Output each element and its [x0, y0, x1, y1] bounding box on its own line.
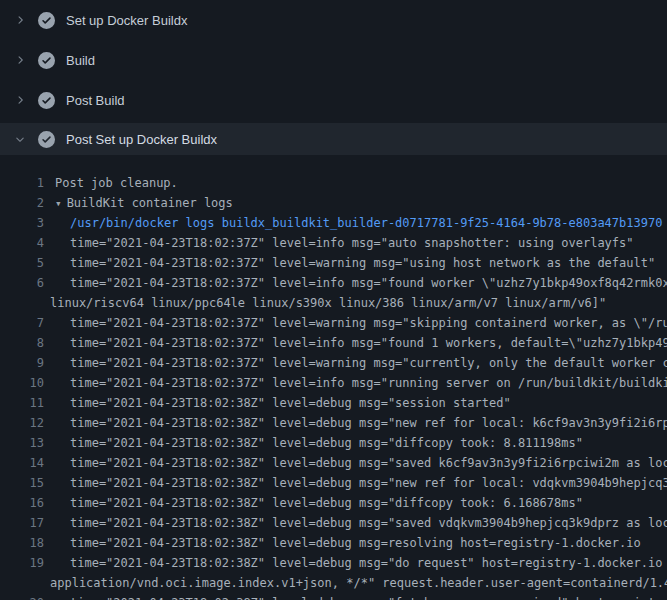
chevron-right-icon: [13, 94, 26, 107]
line-number-empty: [0, 573, 44, 593]
log-line: 7time="2021-04-23T18:02:37Z" level=warni…: [0, 313, 667, 333]
workflow-log-viewer: Set up Docker BuildxBuildPost BuildPost …: [0, 0, 667, 600]
log-text: time="2021-04-23T18:02:38Z" level=debug …: [70, 553, 667, 573]
line-number-empty: [0, 293, 44, 313]
step-title: Set up Docker Buildx: [66, 13, 187, 28]
log-text: time="2021-04-23T18:02:38Z" level=debug …: [70, 453, 667, 473]
log-group-label: BuildKit container logs: [67, 196, 233, 210]
line-number[interactable]: 17: [0, 513, 44, 533]
line-number[interactable]: 20: [0, 593, 44, 600]
line-number[interactable]: 7: [0, 313, 44, 333]
step-title: Post Set up Docker Buildx: [66, 132, 217, 147]
log-line-continuation: linux/riscv64 linux/ppc64le linux/s390x …: [0, 293, 667, 313]
line-number[interactable]: 12: [0, 413, 44, 433]
step-row-build[interactable]: Build: [0, 40, 667, 80]
line-number[interactable]: 16: [0, 493, 44, 513]
log-command-text: /usr/bin/docker logs buildx_buildkit_bui…: [70, 213, 662, 233]
line-number[interactable]: 19: [0, 553, 44, 573]
log-text: time="2021-04-23T18:02:38Z" level=debug …: [70, 493, 583, 513]
step-title: Build: [66, 53, 95, 68]
log-text: time="2021-04-23T18:02:38Z" level=debug …: [70, 593, 667, 600]
log-text-wrapped: linux/riscv64 linux/ppc64le linux/s390x …: [50, 293, 606, 313]
log-text: time="2021-04-23T18:02:37Z" level=info m…: [70, 373, 667, 393]
log-line: 3/usr/bin/docker logs buildx_buildkit_bu…: [0, 213, 667, 233]
log-line: 6time="2021-04-23T18:02:37Z" level=info …: [0, 273, 667, 293]
line-number[interactable]: 2: [0, 193, 44, 213]
chevron-right-icon: [13, 14, 26, 27]
log-line: 17time="2021-04-23T18:02:38Z" level=debu…: [0, 513, 667, 533]
chevron-right-icon: [13, 54, 26, 67]
steps-list: Set up Docker BuildxBuildPost BuildPost …: [0, 0, 667, 155]
line-number[interactable]: 10: [0, 373, 44, 393]
line-number[interactable]: 18: [0, 533, 44, 553]
log-text: time="2021-04-23T18:02:38Z" level=debug …: [70, 413, 667, 433]
log-text: time="2021-04-23T18:02:38Z" level=debug …: [70, 513, 667, 533]
log-text: Post job cleanup.: [55, 173, 178, 193]
step-row-set-up-docker-buildx[interactable]: Set up Docker Buildx: [0, 0, 667, 40]
log-text: time="2021-04-23T18:02:37Z" level=warnin…: [70, 353, 667, 373]
log-line: 5time="2021-04-23T18:02:37Z" level=warni…: [0, 253, 667, 273]
check-circle-icon: [38, 52, 55, 69]
step-title: Post Build: [66, 93, 125, 108]
line-number[interactable]: 13: [0, 433, 44, 453]
log-line: 9time="2021-04-23T18:02:37Z" level=warni…: [0, 353, 667, 373]
log-line: 16time="2021-04-23T18:02:38Z" level=debu…: [0, 493, 667, 513]
chevron-down-icon: [13, 133, 26, 146]
log-line: 4time="2021-04-23T18:02:37Z" level=info …: [0, 233, 667, 253]
log-line: 8time="2021-04-23T18:02:37Z" level=info …: [0, 333, 667, 353]
log-line: 15time="2021-04-23T18:02:38Z" level=debu…: [0, 473, 667, 493]
log-line: 2▾BuildKit container logs: [0, 193, 667, 213]
line-number[interactable]: 11: [0, 393, 44, 413]
check-circle-icon: [38, 131, 55, 148]
line-number[interactable]: 9: [0, 353, 44, 373]
log-text: time="2021-04-23T18:02:38Z" level=debug …: [70, 393, 511, 413]
check-circle-icon: [38, 12, 55, 29]
log-line: 1Post job cleanup.: [0, 173, 667, 193]
collapse-triangle-icon: ▾: [55, 197, 62, 210]
log-group-toggle[interactable]: ▾BuildKit container logs: [55, 193, 233, 213]
log-line: 18time="2021-04-23T18:02:38Z" level=debu…: [0, 533, 667, 553]
log-line: 11time="2021-04-23T18:02:38Z" level=debu…: [0, 393, 667, 413]
line-number[interactable]: 4: [0, 233, 44, 253]
log-text: time="2021-04-23T18:02:37Z" level=info m…: [70, 333, 667, 353]
log-text: time="2021-04-23T18:02:37Z" level=info m…: [70, 233, 634, 253]
log-text: time="2021-04-23T18:02:38Z" level=debug …: [70, 473, 667, 493]
line-number[interactable]: 8: [0, 333, 44, 353]
log-text: time="2021-04-23T18:02:37Z" level=warnin…: [70, 253, 655, 273]
log-line: 14time="2021-04-23T18:02:38Z" level=debu…: [0, 453, 667, 473]
log-panel: 1Post job cleanup.2▾BuildKit container l…: [0, 155, 667, 600]
log-text-wrapped: application/vnd.oci.image.index.v1+json,…: [50, 573, 667, 593]
line-number[interactable]: 14: [0, 453, 44, 473]
log-text: time="2021-04-23T18:02:37Z" level=warnin…: [70, 313, 667, 333]
check-circle-icon: [38, 92, 55, 109]
step-row-post-build[interactable]: Post Build: [0, 80, 667, 120]
log-text: time="2021-04-23T18:02:37Z" level=info m…: [70, 273, 667, 293]
log-line: 12time="2021-04-23T18:02:38Z" level=debu…: [0, 413, 667, 433]
log-line: 10time="2021-04-23T18:02:37Z" level=info…: [0, 373, 667, 393]
step-row-post-set-up-docker-buildx[interactable]: Post Set up Docker Buildx: [0, 123, 667, 155]
log-line: 19time="2021-04-23T18:02:38Z" level=debu…: [0, 553, 667, 573]
log-line: 13time="2021-04-23T18:02:38Z" level=debu…: [0, 433, 667, 453]
log-text: time="2021-04-23T18:02:38Z" level=debug …: [70, 433, 583, 453]
log-text: time="2021-04-23T18:02:38Z" level=debug …: [70, 533, 641, 553]
line-number[interactable]: 15: [0, 473, 44, 493]
line-number[interactable]: 1: [0, 173, 44, 193]
log-line: 20time="2021-04-23T18:02:38Z" level=debu…: [0, 593, 667, 600]
line-number[interactable]: 6: [0, 273, 44, 293]
log-line-continuation: application/vnd.oci.image.index.v1+json,…: [0, 573, 667, 593]
line-number[interactable]: 3: [0, 213, 44, 233]
line-number[interactable]: 5: [0, 253, 44, 273]
